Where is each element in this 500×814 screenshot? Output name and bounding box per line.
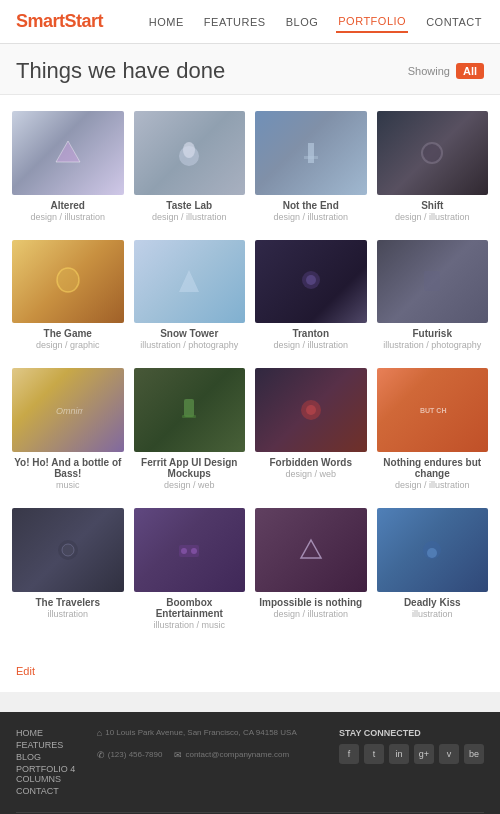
page-title-area: Things we have done Showing All (0, 44, 500, 95)
nav-contact[interactable]: CONTACT (424, 12, 484, 32)
item-cat: design / illustration (12, 212, 124, 222)
item-cat: design / illustration (377, 212, 489, 222)
portfolio-item-not-the-end[interactable]: Not the End design / illustration (255, 111, 367, 222)
footer-nav-blog[interactable]: BLOG (16, 752, 87, 762)
showing-badge[interactable]: All (456, 63, 484, 79)
portfolio-row-3: Omnima Yo! Ho! And a bottle of Bass! mus… (12, 368, 488, 490)
thumb-inner (255, 111, 367, 195)
item-cat: design / web (255, 469, 367, 479)
item-title: Taste Lab (134, 200, 246, 211)
footer-address-row: ⌂ 10 Louis Park Avenue, San Francisco, C… (97, 728, 329, 760)
portfolio-item-futurisk[interactable]: Futurisk illustration / photography (377, 240, 489, 351)
item-cat: illustration (12, 609, 124, 619)
svg-marker-0 (56, 141, 80, 162)
edit-link[interactable]: Edit (16, 665, 35, 677)
portfolio-item-impossible[interactable]: Impossible is nothing design / illustrat… (255, 508, 367, 630)
portfolio-thumb-travelers (12, 508, 124, 592)
item-title: The Game (12, 328, 124, 339)
item-cat: illustration / photography (377, 340, 489, 350)
social-facebook-icon[interactable]: f (339, 744, 359, 764)
portfolio-item-altered[interactable]: Altered design / illustration (12, 111, 124, 222)
thumb-inner (255, 368, 367, 452)
portfolio-item-deadly-kiss[interactable]: Deadly Kiss illustration (377, 508, 489, 630)
thumb-inner (377, 508, 489, 592)
svg-rect-10 (424, 271, 440, 291)
item-cat: design / illustration (377, 480, 489, 490)
item-title: Nothing endures but change (377, 457, 489, 479)
footer-nav-contact[interactable]: CONTACT (16, 786, 87, 796)
portfolio-thumb-forbidden-words (255, 368, 367, 452)
svg-point-2 (183, 142, 195, 158)
separator (0, 692, 500, 712)
portfolio-thumb-yo-ho: Omnima (12, 368, 124, 452)
svg-point-15 (306, 405, 316, 415)
social-behance-icon[interactable]: be (464, 744, 484, 764)
portfolio-item-taste-lab[interactable]: Taste Lab design / illustration (134, 111, 246, 222)
portfolio-item-travelers[interactable]: The Travelers illustration (12, 508, 124, 630)
svg-point-20 (181, 548, 187, 554)
footer-top: HOME FEATURES BLOG PORTFOLIO 4 COLUMNS C… (16, 728, 484, 798)
item-cat: illustration / photography (134, 340, 246, 350)
portfolio-item-the-game[interactable]: The Game design / graphic (12, 240, 124, 351)
svg-rect-3 (308, 143, 314, 163)
item-title: Forbidden Words (255, 457, 367, 468)
svg-rect-12 (184, 399, 194, 417)
svg-point-9 (306, 275, 316, 285)
svg-point-6 (57, 268, 79, 292)
portfolio-thumb-deadly-kiss (377, 508, 489, 592)
item-title: Snow Tower (134, 328, 246, 339)
thumb-inner (12, 508, 124, 592)
thumb-inner (134, 508, 246, 592)
item-cat: music (12, 480, 124, 490)
portfolio-thumb-nothing-endures: BUT CHANGE (377, 368, 489, 452)
nav-portfolio[interactable]: PORTFOLIO (336, 11, 408, 33)
logo-text: Smart (16, 11, 65, 31)
thumb-inner (134, 240, 246, 324)
svg-point-5 (422, 143, 442, 163)
item-cat: design / web (134, 480, 246, 490)
logo[interactable]: SmartStart (16, 11, 103, 32)
thumb-inner (134, 368, 246, 452)
footer: HOME FEATURES BLOG PORTFOLIO 4 COLUMNS C… (0, 712, 500, 815)
portfolio-thumb-altered (12, 111, 124, 195)
item-title: Altered (12, 200, 124, 211)
item-title: Ferrit App UI Design Mockups (134, 457, 246, 479)
social-vimeo-icon[interactable]: v (439, 744, 459, 764)
thumb-inner (134, 111, 246, 195)
footer-nav-home[interactable]: HOME (16, 728, 87, 738)
portfolio-row-1: Altered design / illustration Taste Lab … (12, 111, 488, 222)
portfolio-item-yo-ho[interactable]: Omnima Yo! Ho! And a bottle of Bass! mus… (12, 368, 124, 490)
svg-rect-4 (304, 156, 318, 159)
email-icon: ✉ (174, 750, 182, 760)
item-cat: design / illustration (255, 609, 367, 619)
thumb-inner (377, 111, 489, 195)
portfolio-item-ferrit[interactable]: Ferrit App UI Design Mockups design / we… (134, 368, 246, 490)
footer-email-item: ✉ contact@companyname.com (174, 750, 289, 760)
svg-text:Omnima: Omnima (56, 406, 83, 416)
portfolio-item-forbidden-words[interactable]: Forbidden Words design / web (255, 368, 367, 490)
social-google-icon[interactable]: g+ (414, 744, 434, 764)
footer-address: 10 Louis Park Avenue, San Francisco, CA … (105, 728, 297, 737)
portfolio-item-boombox[interactable]: Boombox Entertainment illustration / mus… (134, 508, 246, 630)
nav-home[interactable]: HOME (147, 12, 186, 32)
portfolio-item-snow-tower[interactable]: Snow Tower illustration / photography (134, 240, 246, 351)
social-twitter-icon[interactable]: t (364, 744, 384, 764)
thumb-inner: Omnima (12, 368, 124, 452)
phone-icon: ✆ (97, 750, 105, 760)
portfolio-item-shift[interactable]: Shift design / illustration (377, 111, 489, 222)
showing-area: Showing All (408, 63, 484, 79)
svg-marker-22 (301, 540, 321, 558)
svg-text:BUT CHANGE: BUT CHANGE (420, 407, 447, 414)
footer-email: contact@companyname.com (185, 750, 289, 759)
item-title: Tranton (255, 328, 367, 339)
social-linkedin-icon[interactable]: in (389, 744, 409, 764)
nav-blog[interactable]: BLOG (284, 12, 321, 32)
nav-features[interactable]: FEATURES (202, 12, 268, 32)
portfolio-item-tranton[interactable]: Tranton design / illustration (255, 240, 367, 351)
portfolio-item-nothing-endures[interactable]: BUT CHANGE Nothing endures but change de… (377, 368, 489, 490)
item-title: Shift (377, 200, 489, 211)
footer-nav-col: HOME FEATURES BLOG PORTFOLIO 4 COLUMNS C… (16, 728, 87, 798)
footer-nav-portfolio[interactable]: PORTFOLIO 4 COLUMNS (16, 764, 87, 784)
portfolio-thumb-futurisk (377, 240, 489, 324)
footer-nav-features[interactable]: FEATURES (16, 740, 87, 750)
